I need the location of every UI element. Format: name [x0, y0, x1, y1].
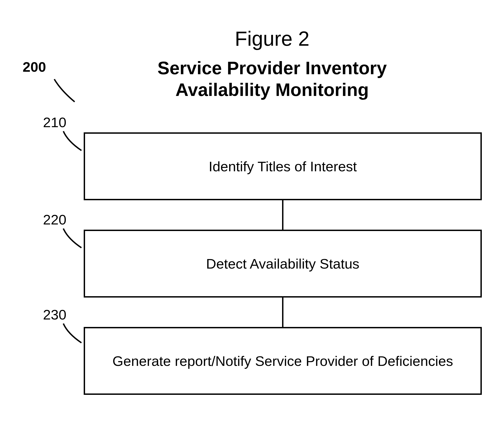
- ref-label-210: 210: [43, 114, 66, 130]
- step-box-220: Detect Availability Status: [84, 230, 482, 298]
- flowchart: 210 Identify Titles of Interest 220 Dete…: [84, 132, 482, 395]
- ref-leader-230: [61, 322, 84, 345]
- figure-label: Figure 2: [68, 27, 476, 50]
- figure-subtitle: Service Provider Inventory Availability …: [68, 57, 476, 101]
- ref-label-200: 200: [23, 59, 46, 75]
- ref-leader-200: [52, 77, 79, 105]
- step-box-210: Identify Titles of Interest: [84, 132, 482, 200]
- step-box-230: Generate report/Notify Service Provider …: [84, 327, 482, 395]
- step-text-230: Generate report/Notify Service Provider …: [112, 353, 453, 369]
- step-text-220: Detect Availability Status: [206, 256, 359, 272]
- ref-leader-220: [61, 227, 84, 250]
- connector-220-230: [282, 298, 283, 327]
- ref-leader-210: [61, 130, 84, 153]
- ref-label-230: 230: [43, 307, 66, 323]
- step-text-210: Identify Titles of Interest: [209, 158, 357, 175]
- subtitle-line-2: Availability Monitoring: [175, 80, 369, 100]
- ref-label-220: 220: [43, 211, 66, 228]
- subtitle-line-1: Service Provider Inventory: [157, 58, 387, 78]
- connector-210-220: [282, 200, 283, 230]
